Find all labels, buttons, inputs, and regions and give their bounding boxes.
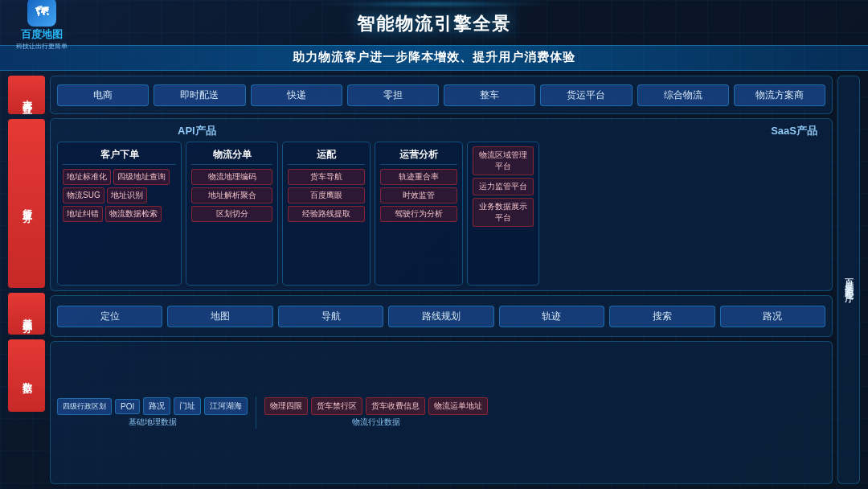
transport-title: 运配 [288, 146, 365, 165]
data-content: 四级行政区划 POI 路况 门址 江河湖海 基础地理数据 物理四限 [57, 347, 825, 479]
subtitle-bar: 助力物流客户进一步降本增效、提升用户消费体验 [0, 45, 868, 71]
customer-order-box: 客户下单 地址标准化 四级地址查询 物流SUG 地址识别 地址纠错 物流数据检索 [57, 142, 182, 286]
api-saas-header: API产品 SaaS产品 [57, 124, 825, 138]
tag-geo-code: 物流地理编码 [191, 169, 272, 185]
logistics-split-box: 物流分单 物流地理编码 地址解析聚合 区划切分 [186, 142, 278, 286]
industry-tag-express: 快递 [251, 84, 342, 106]
industry-tag-integrated: 综合物流 [637, 84, 729, 106]
data-traffic: 路况 [143, 397, 170, 415]
basic-track: 轨迹 [499, 306, 604, 327]
data-4level: 四级行政区划 [57, 398, 112, 415]
saas-label: SaaS产品 [771, 124, 817, 138]
data-waybill-addr: 物流运单地址 [428, 397, 488, 415]
industry-tag-instant: 即时配送 [154, 84, 245, 106]
basic-geo-group: 四级行政区划 POI 路况 门址 江河湖海 基础地理数据 [57, 397, 248, 428]
tag-addr-correct: 地址纠错 [63, 206, 103, 222]
logistics-data-group: 物理四限 货车禁行区 货车收费信息 物流运单地址 物流行业数据 [264, 397, 488, 428]
basic-geo-label: 基础地理数据 [129, 417, 177, 428]
label-industry: 行业服务 [8, 119, 45, 288]
right-label-baidu-mini: 百度智能小程序 [837, 76, 860, 484]
main-panels: 电商 即时配送 快递 零担 整车 货运平台 综合物流 物流方案商 API产品 S… [50, 76, 833, 484]
basic-geo-items: 四级行政区划 POI 路况 门址 江河湖海 [57, 397, 248, 415]
customer-row2: 物流SUG 地址识别 [63, 187, 176, 203]
industry-tag-freight: 货运平台 [540, 84, 632, 106]
data-rivers: 江河湖海 [204, 397, 248, 415]
service-boxes: 客户下单 地址标准化 四级地址查询 物流SUG 地址识别 地址纠错 物流数据检索 [57, 142, 825, 286]
logo-sub: 科技让出行更简单 [16, 42, 68, 51]
logistics-data-items: 物理四限 货车禁行区 货车收费信息 物流运单地址 [264, 397, 488, 415]
baidu-logo-icon: 🗺 [27, 0, 56, 27]
tag-addr-identify: 地址识别 [107, 187, 147, 203]
tag-time-monitor: 时效监管 [380, 187, 457, 203]
industry-tag-ecommerce: 电商 [57, 84, 149, 106]
industry-tag-solution: 物流方案商 [734, 84, 825, 106]
ops-analysis-title: 运营分析 [380, 146, 457, 165]
customer-row3: 地址纠错 物流数据检索 [63, 206, 176, 222]
saas-item-2: 运力监管平台 [473, 178, 534, 195]
industry-service-panel: API产品 SaaS产品 客户下单 地址标准化 四级地址查询 物流SUG [50, 118, 833, 291]
tag-baidu-eagle: 百度鹰眼 [288, 187, 365, 203]
data-poi: POI [115, 399, 140, 414]
tag-data-search: 物流数据检索 [105, 206, 162, 222]
industry-tag-ftl: 整车 [444, 84, 535, 106]
data-divider [256, 397, 256, 429]
customer-order-title: 客户下单 [63, 146, 176, 165]
api-label: API产品 [178, 124, 216, 138]
tag-area-split: 区划切分 [191, 206, 272, 222]
basic-positioning: 定位 [57, 306, 162, 327]
tag-addr-parse: 地址解析聚合 [191, 187, 272, 203]
saas-item-1: 物流区域管理平台 [473, 146, 534, 175]
subtitle-text: 助力物流客户进一步降本增效、提升用户消费体验 [293, 50, 575, 64]
tag-track-overlap: 轨迹重合率 [380, 169, 457, 185]
transport-box: 运配 货车导航 百度鹰眼 经验路线提取 [282, 142, 371, 286]
basic-traffic: 路况 [720, 306, 825, 327]
label-support: 支撑行业 [8, 76, 45, 114]
basic-map: 地图 [167, 306, 272, 327]
header: 🗺 百度地图 科技让出行更简单 智能物流引擎全景 [0, 0, 868, 45]
basic-search: 搜索 [609, 306, 714, 327]
logo-area: 🗺 百度地图 科技让出行更简单 [16, 0, 68, 51]
saas-item-3: 业务数据展示平台 [473, 198, 534, 227]
tag-sug: 物流SUG [63, 187, 104, 203]
main-container: 🗺 百度地图 科技让出行更简单 智能物流引擎全景 助力物流客户进一步降本增效、提… [0, 0, 868, 489]
basic-service-panel: 定位 地图 导航 路线规划 轨迹 搜索 路况 [50, 295, 833, 337]
logistics-data-label: 物流行业数据 [352, 417, 400, 428]
data-truck-restrict: 货车禁行区 [311, 397, 362, 415]
data-door: 门址 [174, 397, 201, 415]
content-area: 支撑行业 行业服务 基础服务 数据 电商 即时配送 快递 零担 整车 货运平台 [0, 71, 868, 489]
saas-box: 物流区域管理平台 运力监管平台 业务数据展示平台 [467, 142, 539, 286]
right-label-text: 百度智能小程序 [843, 272, 855, 289]
left-labels: 支撑行业 行业服务 基础服务 数据 [8, 76, 45, 484]
main-title: 智能物流引擎全景 [357, 12, 511, 36]
label-data: 数据 [8, 339, 45, 412]
logistics-split-title: 物流分单 [191, 146, 272, 165]
tag-4level-addr: 四级地址查询 [113, 169, 170, 185]
data-panel: 四级行政区划 POI 路况 门址 江河湖海 基础地理数据 物理四限 [50, 341, 833, 484]
basic-nav: 导航 [278, 306, 383, 327]
tag-truck-nav: 货车导航 [288, 169, 365, 185]
industry-tag-ltl: 零担 [347, 84, 439, 106]
data-truck-toll: 货车收费信息 [366, 397, 425, 415]
tag-addr-std: 地址标准化 [63, 169, 111, 185]
ops-analysis-box: 运营分析 轨迹重合率 时效监管 驾驶行为分析 [375, 142, 463, 286]
tag-route-extract: 经验路线提取 [288, 206, 365, 222]
logo-text: 百度地图 [21, 27, 63, 42]
label-basic: 基础服务 [8, 293, 45, 335]
data-physical-limit: 物理四限 [264, 397, 308, 415]
support-panel: 电商 即时配送 快递 零担 整车 货运平台 综合物流 物流方案商 [50, 76, 833, 114]
customer-row1: 地址标准化 四级地址查询 [63, 169, 176, 185]
basic-route: 路线规划 [388, 306, 493, 327]
tag-drive-analyze: 驾驶行为分析 [380, 206, 457, 222]
